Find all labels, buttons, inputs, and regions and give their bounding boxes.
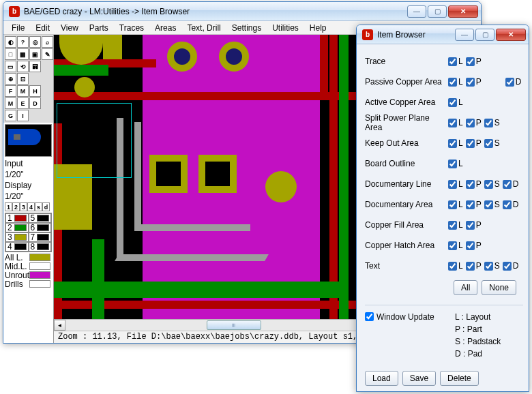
- tool-grid: ◐?◎⌕ □▦▣✎ ▭⟲🖬 ⊕⊡ FMH MED GI: [3, 35, 53, 123]
- layer-swatch[interactable]: 4: [5, 242, 29, 252]
- item-checkbox[interactable]: [503, 180, 512, 189]
- save-button[interactable]: Save: [402, 371, 436, 386]
- layer-swatch[interactable]: 8: [29, 242, 52, 252]
- layer-row[interactable]: Mid.L.: [5, 262, 52, 271]
- minimize-button[interactable]: —: [407, 5, 426, 18]
- item-checkbox[interactable]: [448, 57, 457, 66]
- item-checkbox[interactable]: [484, 139, 493, 148]
- item-checkbox[interactable]: [466, 57, 475, 66]
- menu-traces[interactable]: Traces: [114, 22, 149, 34]
- item-checkbox[interactable]: [484, 200, 493, 209]
- layer-row[interactable]: Unrout: [5, 271, 52, 279]
- layer-row[interactable]: All L.: [5, 253, 52, 262]
- scroll-thumb[interactable]: [207, 320, 261, 330]
- grid-tags: 1 2 3 4 s d: [5, 202, 52, 211]
- tool-btn[interactable]: H: [29, 85, 41, 97]
- item-checkbox[interactable]: [503, 262, 512, 271]
- item-label: Text: [365, 261, 448, 271]
- tool-btn[interactable]: E: [17, 97, 29, 109]
- close-button[interactable]: ✕: [448, 5, 478, 18]
- tool-btn[interactable]: ✎: [42, 48, 53, 60]
- menu-areas[interactable]: Areas: [149, 22, 181, 34]
- delete-button[interactable]: Delete: [440, 371, 479, 386]
- tool-btn[interactable]: M: [5, 97, 16, 109]
- minimap[interactable]: [5, 124, 52, 157]
- item-checkbox[interactable]: [448, 98, 457, 107]
- display-label: Display: [3, 180, 53, 191]
- item-label: Documentary Area: [365, 200, 448, 209]
- menu-view[interactable]: View: [55, 22, 84, 34]
- tool-btn[interactable]: 🖬: [29, 61, 41, 72]
- all-button[interactable]: All: [454, 280, 477, 295]
- tool-btn[interactable]: ◐: [5, 36, 16, 48]
- item-checkbox[interactable]: [448, 200, 457, 209]
- item-checkbox[interactable]: [484, 262, 493, 271]
- item-checkbox[interactable]: [484, 180, 493, 189]
- tool-btn[interactable]: ?: [17, 36, 29, 48]
- tool-btn[interactable]: F: [5, 85, 16, 97]
- item-checkbox[interactable]: [466, 180, 475, 189]
- menu-help[interactable]: Help: [304, 22, 332, 34]
- menu-edit[interactable]: Edit: [30, 22, 55, 34]
- menu-settings[interactable]: Settings: [226, 22, 267, 34]
- item-checkbox[interactable]: [466, 262, 475, 271]
- tool-btn[interactable]: I: [17, 110, 29, 121]
- tool-btn[interactable]: ⟲: [17, 61, 29, 72]
- item-checkbox[interactable]: [448, 139, 457, 148]
- tool-btn[interactable]: ⌕: [42, 36, 53, 48]
- item-checkbox[interactable]: [466, 139, 475, 148]
- item-label: Keep Out Area: [365, 138, 448, 148]
- layer-swatch[interactable]: 2: [5, 223, 29, 232]
- item-checkbox[interactable]: [466, 200, 475, 209]
- minimize-button[interactable]: —: [455, 29, 474, 41]
- menu-parts[interactable]: Parts: [84, 22, 114, 34]
- item-checkbox[interactable]: [448, 241, 457, 250]
- window-update-label: Window Update: [376, 312, 434, 322]
- item-checkbox[interactable]: [466, 241, 475, 250]
- close-button[interactable]: ✕: [496, 29, 526, 41]
- item-checkbox[interactable]: [466, 221, 475, 230]
- item-checkbox[interactable]: [484, 119, 493, 127]
- tool-btn[interactable]: ⊡: [17, 73, 29, 85]
- window-update-checkbox[interactable]: [365, 312, 374, 321]
- item-checkbox[interactable]: [505, 78, 514, 87]
- layer-swatch[interactable]: 1: [5, 213, 29, 223]
- item-checkbox[interactable]: [448, 180, 457, 189]
- item-checkbox[interactable]: [466, 119, 475, 127]
- tool-btn[interactable]: D: [29, 97, 41, 109]
- tool-btn[interactable]: ◎: [29, 36, 41, 48]
- item-checkbox[interactable]: [448, 119, 457, 127]
- item-checkbox[interactable]: [503, 200, 512, 209]
- tool-btn[interactable]: ⊕: [5, 73, 16, 85]
- menu-textdrill[interactable]: Text, Drill: [181, 22, 226, 34]
- tool-btn[interactable]: ▦: [17, 48, 29, 60]
- item-checkbox[interactable]: [448, 78, 457, 87]
- maximize-button[interactable]: ▢: [475, 29, 494, 41]
- none-button[interactable]: None: [482, 280, 516, 295]
- item-browser-window: b Item Browser — ▢ ✕ TraceLPPassive Copp…: [356, 25, 529, 392]
- load-button[interactable]: Load: [365, 371, 398, 386]
- item-row: TraceLP: [365, 51, 523, 72]
- layer-row[interactable]: Drills: [5, 279, 52, 288]
- item-row: Keep Out AreaLPS: [365, 133, 523, 153]
- item-row: Board OutlineL: [365, 153, 523, 174]
- item-checkbox[interactable]: [448, 262, 457, 271]
- menu-file[interactable]: File: [6, 22, 30, 34]
- item-checkbox[interactable]: [466, 78, 475, 87]
- layer-swatch[interactable]: 3: [5, 232, 29, 242]
- item-checkbox[interactable]: [448, 221, 457, 230]
- item-checkbox[interactable]: [448, 160, 457, 168]
- tool-btn[interactable]: □: [5, 48, 16, 60]
- input-value: 1/20": [3, 169, 53, 180]
- layer-swatch[interactable]: 5: [29, 213, 52, 223]
- maximize-button[interactable]: ▢: [428, 5, 447, 18]
- tool-btn[interactable]: G: [5, 110, 16, 121]
- menu-utilities[interactable]: Utilities: [267, 22, 304, 34]
- layer-swatch[interactable]: 7: [29, 232, 52, 242]
- layer-swatch[interactable]: 6: [29, 223, 52, 232]
- tool-btn[interactable]: ▣: [29, 48, 41, 60]
- tool-btn[interactable]: M: [17, 85, 29, 97]
- tool-btn[interactable]: ▭: [5, 61, 16, 72]
- scroll-left-icon[interactable]: ◄: [54, 320, 65, 331]
- item-row: Passive Copper AreaLPD: [365, 72, 523, 92]
